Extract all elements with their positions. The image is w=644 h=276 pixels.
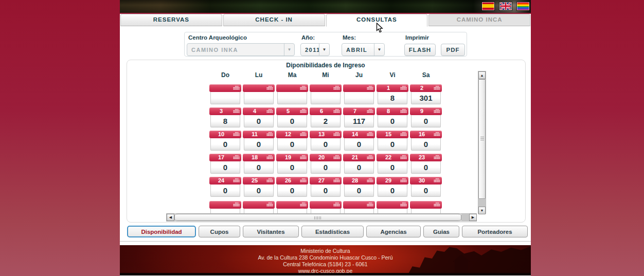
calendar-day-cell[interactable]: 180 (243, 154, 275, 174)
day-number: 12 (276, 131, 300, 138)
calendar-day-cell[interactable]: 290 (377, 177, 408, 197)
calendar-day-cell (343, 201, 375, 213)
day-number: 11 (243, 131, 266, 138)
porteadores-button[interactable]: Porteadores (462, 226, 528, 237)
calendar-day-cell[interactable]: 140 (343, 131, 375, 151)
disponibilidad-button[interactable]: Disponibilidad (127, 226, 196, 237)
day-number: 29 (377, 177, 400, 185)
availability-value: 0 (411, 161, 441, 174)
flash-button[interactable]: FLASH (404, 44, 436, 56)
calendar-week-row (209, 201, 442, 213)
guias-button[interactable]: Guias (423, 226, 459, 237)
calendar-day-cell[interactable]: 7117 (343, 107, 375, 127)
calendar-cell-header: 12 (276, 131, 308, 138)
inca-mini-logo-icon (333, 109, 340, 114)
calendar-day-cell[interactable]: 90 (410, 107, 442, 127)
anio-select[interactable]: 2011 ▼ (300, 43, 330, 56)
calendar-day-cell[interactable]: 62 (310, 107, 342, 127)
calendar-day-cell[interactable]: 210 (343, 154, 375, 174)
day-number: 23 (410, 154, 434, 161)
calendar-cell-header: 28 (343, 177, 375, 185)
calendar-day-cell[interactable]: 38 (209, 107, 241, 127)
weekday-label: Sa (410, 71, 442, 79)
calendar-day-cell[interactable]: 250 (243, 177, 275, 197)
availability-value: 0 (277, 185, 307, 197)
day-number: 2 (410, 84, 434, 92)
calendar-cell-header: 8 (377, 107, 408, 115)
tab-camino-inca[interactable]: CAMINO INCA (428, 14, 530, 26)
footer-website-link[interactable]: www.drc-cusco.gob.pe (120, 268, 531, 274)
calendar-day-cell[interactable]: 200 (310, 154, 342, 174)
calendar-day-cell[interactable]: 190 (276, 154, 308, 174)
visitantes-button[interactable]: Visitantes (243, 226, 299, 237)
centro-arqueologico-select[interactable]: CAMINO INKA ▼ (187, 43, 295, 56)
vertical-scrollbar[interactable]: ▲ ▼ (478, 71, 486, 214)
availability-value: 0 (244, 185, 274, 197)
calendar-day-cell[interactable]: 220 (377, 154, 408, 174)
inca-mini-logo-icon (333, 155, 340, 160)
pdf-button[interactable]: PDF (441, 44, 465, 56)
inca-mini-logo-icon (266, 178, 273, 183)
availability-value (244, 209, 274, 213)
availability-value: 8 (210, 115, 240, 127)
calendar-day-cell[interactable]: 240 (209, 177, 241, 197)
calendar-day-cell[interactable]: 2301 (410, 84, 442, 104)
footer-ministry-line: Ministerio de Cultura (120, 248, 531, 254)
estadisticas-button[interactable]: Estadísticas (301, 226, 364, 237)
vertical-scrollbar-track[interactable] (478, 199, 486, 207)
tab-consultas[interactable]: CONSULTAS (326, 14, 428, 27)
tab-reservas[interactable]: RESERVAS (120, 14, 222, 26)
calendar-cell-header: 2 (410, 84, 442, 92)
weekday-label: Lu (243, 71, 275, 79)
horizontal-scrollbar-thumb[interactable] (174, 214, 461, 221)
calendar-day-cell[interactable]: 160 (410, 131, 442, 151)
availability-value: 0 (344, 161, 374, 174)
cupos-button[interactable]: Cupos (199, 226, 240, 237)
calendar-day-cell[interactable]: 40 (243, 107, 275, 127)
availability-value: 8 (378, 92, 407, 104)
calendar-day-cell[interactable]: 260 (276, 177, 308, 197)
day-number: 25 (243, 177, 266, 185)
availability-value (244, 92, 274, 104)
availability-value (411, 209, 441, 213)
calendar-day-cell[interactable]: 170 (209, 154, 241, 174)
spain-flag-icon[interactable] (482, 2, 494, 10)
scroll-down-button[interactable]: ▼ (478, 207, 486, 214)
calendar-day-cell[interactable]: 280 (343, 177, 375, 197)
calendar-day-cell (276, 84, 308, 104)
calendar-day-cell[interactable]: 80 (377, 107, 408, 127)
uk-flag-icon[interactable] (499, 2, 512, 10)
horizontal-scrollbar[interactable]: ◀ ▶ (166, 213, 477, 222)
horizontal-scrollbar-track[interactable] (461, 214, 469, 221)
agencias-button[interactable]: Agencias (366, 226, 421, 237)
calendar-day-cell (276, 201, 308, 213)
calendar-cell-header: 14 (343, 131, 375, 138)
calendar-day-cell[interactable]: 100 (209, 131, 241, 151)
availability-value: 0 (411, 115, 441, 127)
calendar-cell-header: 21 (343, 154, 375, 161)
tab-check-in[interactable]: CHECK - IN (223, 14, 325, 26)
calendar-day-cell[interactable]: 150 (377, 131, 408, 151)
calendar-day-cell[interactable]: 270 (310, 177, 342, 197)
availability-value: 301 (411, 92, 441, 104)
calendar-day-cell[interactable]: 300 (410, 177, 442, 197)
mes-label: Mes: (343, 34, 356, 41)
cusco-rainbow-flag-icon[interactable] (517, 2, 529, 10)
mes-select[interactable]: ABRIL ▼ (342, 43, 385, 56)
scroll-left-button[interactable]: ◀ (167, 214, 174, 221)
inca-mini-logo-icon (333, 203, 340, 207)
calendar-day-cell[interactable]: 50 (276, 107, 308, 127)
calendar-cell-header: 17 (209, 154, 241, 161)
scroll-right-button[interactable]: ▶ (469, 214, 477, 221)
inca-mini-logo-icon (333, 86, 340, 90)
calendar-day-cell[interactable]: 110 (243, 131, 275, 151)
calendar-day-cell[interactable]: 120 (276, 131, 308, 151)
vertical-scrollbar-thumb[interactable] (478, 79, 486, 199)
calendar-day-cell[interactable]: 18 (377, 84, 408, 104)
calendar-day-cell[interactable]: 130 (310, 131, 342, 151)
scroll-up-button[interactable]: ▲ (478, 71, 486, 79)
calendar-day-cell[interactable]: 230 (410, 154, 442, 174)
availability-value: 0 (344, 138, 374, 151)
inca-mini-logo-icon (300, 132, 307, 137)
inca-mini-logo-icon (367, 132, 373, 137)
